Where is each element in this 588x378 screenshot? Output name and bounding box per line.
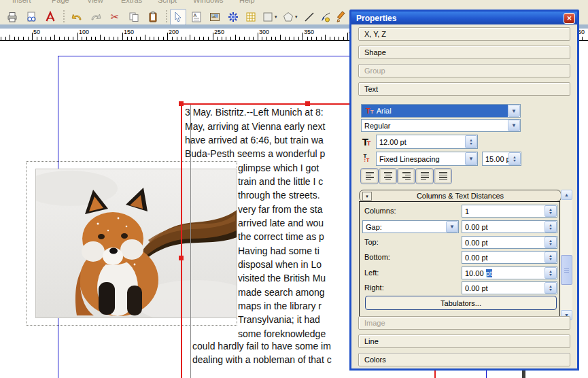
frame-resize-handle[interactable]	[179, 256, 184, 260]
spinner-arrows-icon[interactable]: ▲▼	[544, 205, 557, 217]
section-x-y-z[interactable]: X, Y, Z	[358, 27, 570, 41]
left-spinbox[interactable]: 10.00 pt ▲▼	[462, 267, 557, 279]
columns-label: Columns:	[364, 207, 396, 215]
menu-page[interactable]: Page	[52, 0, 69, 4]
right-value: 0.00 pt	[462, 284, 544, 292]
align-right-icon[interactable]	[397, 168, 415, 184]
ruler-label: 200	[169, 29, 179, 35]
shape-icon[interactable]: ▾	[260, 9, 283, 25]
bottom-spinbox[interactable]: 0.00 pt ▲▼	[462, 251, 557, 264]
section-shape[interactable]: Shape	[358, 46, 570, 59]
pencil-icon[interactable]	[333, 9, 349, 25]
polygon-icon[interactable]: ▾	[281, 9, 303, 25]
align-center-icon[interactable]	[379, 168, 397, 184]
cut-icon[interactable]: ✂	[107, 9, 123, 25]
ruler-tick	[190, 35, 190, 40]
table-icon[interactable]	[243, 9, 259, 25]
text-frame-icon[interactable]: A	[188, 9, 205, 25]
ruler-tick	[150, 37, 150, 40]
ruler-tick	[54, 35, 55, 40]
ruler-tick	[50, 37, 51, 40]
copy-icon[interactable]	[126, 9, 142, 25]
document-text-line: visited the British Mu	[238, 272, 326, 285]
menu-windows[interactable]: Windows	[193, 0, 224, 4]
undo-icon[interactable]	[69, 9, 85, 25]
scrollbar-thumb[interactable]	[561, 255, 572, 285]
frame-resize-handle[interactable]	[179, 101, 184, 106]
chevron-down-icon[interactable]: ▼	[465, 152, 477, 165]
document-text-line: dealing with a nobleman of that c	[192, 354, 332, 366]
chevron-down-icon[interactable]: ▼	[508, 105, 520, 117]
text-frame-left-edge[interactable]	[181, 103, 182, 378]
spinner-arrows-icon[interactable]: ▲▼	[544, 252, 557, 263]
scroll-up-icon[interactable]: ▲	[561, 190, 572, 200]
spinner-arrows-icon[interactable]: ▲▼	[544, 237, 557, 248]
font-style-combo[interactable]: Regular ▼	[361, 119, 521, 132]
gap-combo[interactable]: Gap: ▼	[362, 220, 459, 233]
select-icon[interactable]	[170, 9, 186, 25]
bottom-label: Bottom:	[364, 253, 390, 261]
spinner-arrows-icon[interactable]: ▲▼	[508, 152, 521, 165]
gap-value: 0.00 pt	[462, 223, 544, 231]
frame-resize-handle[interactable]	[305, 101, 310, 106]
menu-help[interactable]: Help	[239, 0, 255, 4]
ruler-tick	[199, 37, 200, 40]
pdf-export-icon[interactable]	[42, 9, 58, 25]
render-frame-icon[interactable]	[225, 9, 241, 25]
spinner-arrows-icon[interactable]: ▲▼	[544, 267, 557, 279]
align-justify-icon[interactable]	[415, 168, 434, 184]
top-spinbox[interactable]: 0.00 pt ▲▼	[462, 236, 557, 249]
fox-image-frame[interactable]	[35, 169, 237, 318]
panel-title: Properties	[356, 14, 396, 23]
close-icon[interactable]: ✕	[564, 13, 575, 24]
columns-distances-group: Columns: 1 ▲▼ Gap: ▼ 0.00 pt ▲▼ Top: 0.0…	[359, 201, 560, 320]
section-colors[interactable]: Colors	[358, 353, 570, 366]
ruler-tick	[289, 37, 290, 40]
linespacing-spinbox[interactable]: 15.00 pt ▲▼	[482, 152, 521, 166]
align-forced-icon[interactable]	[434, 168, 452, 184]
ruler-tick	[114, 37, 114, 40]
align-left-icon[interactable]	[360, 168, 379, 184]
ruler-tick	[122, 33, 123, 40]
chevron-down-icon[interactable]: ▼	[508, 120, 520, 131]
font-family-combo[interactable]: TT Arial ▼	[361, 104, 521, 118]
bezier-pen-icon[interactable]	[317, 9, 334, 25]
collapse-arrow-icon[interactable]: ▼	[362, 192, 372, 201]
spinner-arrows-icon[interactable]: ▲▼	[465, 135, 477, 148]
gap-spinbox[interactable]: 0.00 pt ▲▼	[462, 220, 557, 233]
line-icon[interactable]	[301, 9, 317, 25]
right-spinbox[interactable]: 0.00 pt ▲▼	[462, 281, 557, 294]
ruler-tick	[41, 37, 42, 40]
image-frame-icon[interactable]	[207, 9, 223, 25]
print-icon[interactable]	[4, 9, 20, 25]
ruler-tick	[217, 37, 218, 40]
paste-icon[interactable]	[145, 9, 161, 25]
menu-script[interactable]: Script	[158, 0, 177, 4]
ruler-tick	[311, 37, 312, 40]
ruler-tick	[208, 37, 209, 40]
menu-extras[interactable]: Extras	[121, 0, 142, 4]
gap-label: Gap:	[363, 223, 446, 231]
font-size-spinbox[interactable]: 12.00 pt ▲▼	[376, 135, 478, 149]
ruler-tick	[167, 33, 168, 40]
redo-icon[interactable]	[88, 9, 104, 25]
ruler-tick	[131, 37, 132, 40]
columns-distances-header[interactable]: ▼ Columns & Text Distances	[359, 190, 561, 202]
columns-spinbox[interactable]: 1 ▲▼	[462, 205, 557, 218]
linespacing-mode-value: Fixed Linespacing	[377, 155, 465, 163]
chevron-down-icon[interactable]: ▼	[446, 221, 458, 233]
section-line[interactable]: Line	[358, 334, 570, 348]
menu-view[interactable]: View	[87, 0, 103, 4]
spinner-arrows-icon[interactable]: ▲▼	[544, 282, 557, 294]
spinner-arrows-icon[interactable]: ▲▼	[544, 221, 557, 233]
print-preview-icon[interactable]	[23, 9, 39, 25]
menu-insert[interactable]: Insert	[12, 0, 31, 4]
svg-text:A: A	[194, 13, 197, 18]
tabulators-button[interactable]: Tabulators...	[365, 296, 557, 310]
ruler-tick	[28, 37, 29, 40]
ruler-label: 100	[79, 29, 89, 35]
section-text[interactable]: Text	[358, 82, 570, 96]
linespacing-mode-combo[interactable]: Fixed Linespacing ▼	[376, 152, 478, 166]
panel-title-bar[interactable]: Properties ✕	[351, 12, 577, 24]
panel-scrollbar[interactable]: ▲ ▼	[561, 190, 572, 320]
